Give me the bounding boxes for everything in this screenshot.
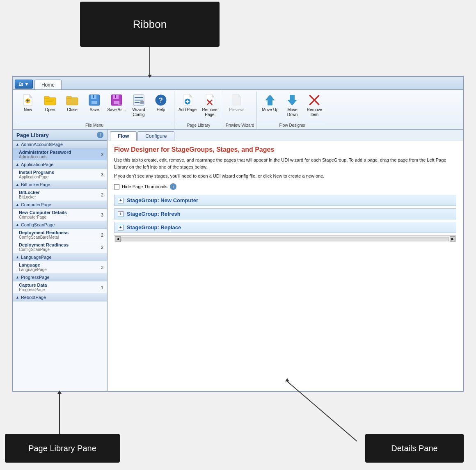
item-count-deployment-readiness-2: 2 [98,245,103,250]
remove-item-label: Remove Item [305,107,324,117]
category-label-reboot: RebootPage [21,295,46,300]
move-down-button[interactable]: Move Down [281,91,303,119]
item-page-language: LanguagePage [19,267,47,272]
ribbon-annotation-label: Ribbon [80,2,220,47]
remove-page-icon [203,94,216,107]
library-scroll-area[interactable]: ▲ AdminAccountsPage Administrator Passwo… [13,141,107,391]
category-label-progress: ProgressPage [21,275,50,280]
svg-rect-24 [115,95,116,98]
close-button[interactable]: Close [62,91,83,114]
item-count-install-programs: 3 [98,172,103,177]
list-item[interactable]: Deployment Readiness ConfigScanPage 2 [13,241,107,253]
tab-configure-label: Configure [145,133,167,139]
list-item[interactable]: Administrator Password AdminAccounts 3 [13,148,107,161]
list-item[interactable]: Language LanguagePage 3 [13,261,107,274]
preview-label: Preview [229,107,244,112]
item-name-new-computer-details: New Computer Details [19,210,67,215]
open-button[interactable]: Open [39,91,61,114]
hide-thumbnails-checkbox[interactable] [114,184,119,189]
item-page-install-programs: ApplicationPage [19,175,54,179]
ribbon-group-file-menu: New Open [15,91,174,129]
category-language-page[interactable]: ▲ LanguagePage [13,253,107,261]
svg-rect-16 [66,96,71,98]
item-name-deployment-readiness-2: Deployment Readiness [19,242,69,247]
list-item[interactable]: Install Programs ApplicationPage 3 [13,169,107,181]
remove-item-icon [308,94,321,107]
svg-marker-34 [190,94,192,97]
open-label: Open [45,107,55,112]
flow-note-text: If you don't see any stages, you'll need… [114,173,324,178]
item-page-new-computer-details: ComputerPage [19,215,67,219]
svg-marker-45 [288,95,297,105]
stage-expand-new-computer[interactable]: + [118,198,124,203]
category-application-page[interactable]: ▲ ApplicationPage [13,161,107,169]
flow-description-2: If you don't see any stages, you'll need… [114,173,456,178]
svg-marker-7 [30,94,32,98]
item-count-bitlocker: 2 [98,192,103,197]
page-library-header: Page Library i [13,130,107,141]
stage-group-replace-header[interactable]: + StageGroup: Replace [114,222,456,233]
home-tab[interactable]: Home [34,80,62,89]
item-name-install-programs: Install Programs [19,170,54,175]
save-icon [88,94,101,107]
flow-designer-buttons: Move Up Move Down [259,91,325,121]
list-item[interactable]: BitLocker BitLocker 2 [13,189,107,201]
category-arrow-language: ▲ [16,255,19,259]
list-item[interactable]: New Computer Details ComputerPage 3 [13,209,107,221]
category-admin-accounts-page[interactable]: ▲ AdminAccountsPage [13,141,107,148]
save-button[interactable]: Save [84,91,105,114]
move-up-label: Move Up [262,107,278,112]
item-name-deployment-readiness-1: Deployment Readiness [19,230,69,235]
remove-item-button[interactable]: Remove Item [304,91,325,119]
wizard-config-button[interactable]: Wizard Config [128,91,149,119]
wizard-config-icon [132,94,145,107]
stage-expand-refresh[interactable]: + [118,211,124,217]
new-button[interactable]: New [17,91,39,114]
list-item[interactable]: Capture Data ProgressPage 1 [13,281,107,294]
category-bitlocker-page[interactable]: ▲ BitLockerPage [13,181,107,189]
save-as-button[interactable]: ... Save As... [106,91,127,114]
page-library-group-label: Page Library [177,122,220,129]
scroll-right-arrow[interactable]: ▶ [450,236,455,242]
category-label-language: LanguagePage [21,255,52,260]
save-label: Save [90,107,99,112]
stage-group-refresh-header[interactable]: + StageGroup: Refresh [114,209,456,219]
category-arrow-reboot: ▲ [16,295,19,299]
stage-expand-replace[interactable]: + [118,225,124,230]
scroll-track[interactable] [121,237,449,241]
item-name-language: Language [19,262,47,267]
category-computer-page[interactable]: ▲ ComputerPage [13,201,107,209]
category-label-admin: AdminAccountsPage [21,142,63,147]
preview-button[interactable]: Preview [226,91,247,114]
page-library-info-button[interactable]: i [97,132,103,138]
svg-marker-44 [266,95,275,105]
item-info-new-computer-details: New Computer Details ComputerPage [19,210,67,219]
item-info-deployment-readiness-1: Deployment Readiness ConfigScanBareMetal [19,230,69,240]
stage-group-refresh: + StageGroup: Refresh [114,208,456,219]
scroll-left-arrow[interactable]: ◀ [115,236,121,242]
home-tab-label: Home [41,82,55,88]
item-info-install-programs: Install Programs ApplicationPage [19,170,54,179]
tab-configure[interactable]: Configure [137,131,174,141]
preview-icon [230,94,243,107]
app-menu-button[interactable]: 🗂 ▼ [15,80,33,89]
category-config-scan-page[interactable]: ▲ ConfigScanPage [13,221,107,229]
remove-page-button[interactable]: Remove Page [199,91,220,119]
help-icon: ? [154,94,167,107]
stage-group-new-computer-header[interactable]: + StageGroup: New Computer [114,195,456,205]
add-page-button[interactable]: Add Page [177,91,198,114]
list-item[interactable]: Deployment Readiness ConfigScanBareMetal… [13,229,107,241]
tab-flow[interactable]: Flow [110,131,137,141]
category-progress-page[interactable]: ▲ ProgressPage [13,274,107,281]
new-icon [21,94,34,107]
item-name-bitlocker: BitLocker [19,190,40,195]
svg-rect-15 [66,98,78,105]
category-reboot-page[interactable]: ▲ RebootPage [13,294,107,301]
hide-thumbnails-info-button[interactable]: i [170,183,176,190]
svg-rect-19 [92,101,97,104]
horizontal-scrollbar[interactable]: ◀ ▶ [114,235,456,242]
help-button[interactable]: ? Help [150,91,172,114]
item-count-deployment-readiness-1: 2 [98,233,103,237]
move-up-button[interactable]: Move Up [259,91,281,114]
category-label-bitlocker: BitLockerPage [21,182,50,187]
